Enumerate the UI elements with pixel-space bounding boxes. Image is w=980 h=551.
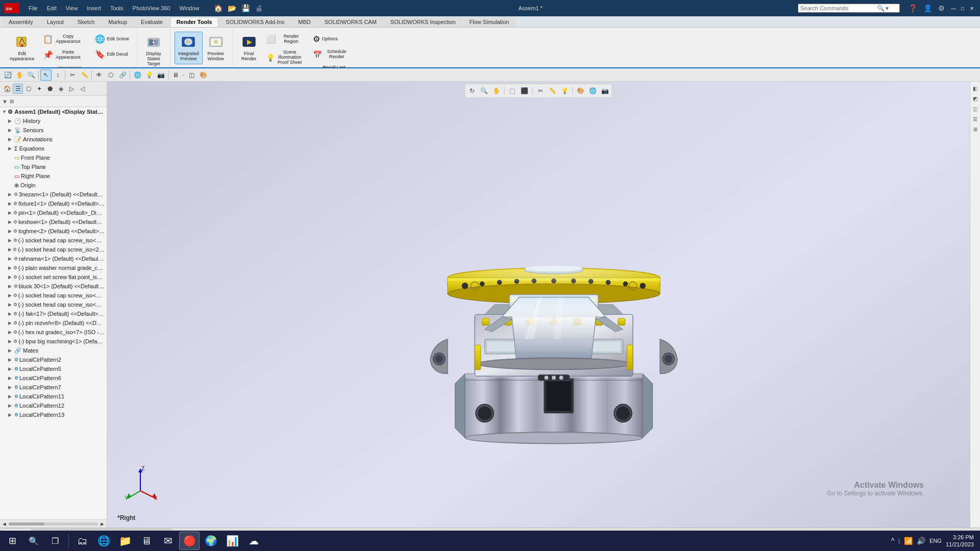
integrated-preview-button[interactable]: IntegratedPreview bbox=[175, 32, 203, 64]
menu-photoview[interactable]: PhotoView 360 bbox=[130, 4, 174, 12]
tray-network[interactable]: 📶 bbox=[904, 537, 913, 545]
tree-comp17[interactable]: ▶ ⚙ (-) bpw big machining<1> (Default) <… bbox=[0, 337, 107, 346]
taskbar-app9[interactable]: ☁ bbox=[243, 532, 264, 550]
taskbar-app4[interactable]: 🖥 bbox=[136, 532, 157, 550]
tray-language[interactable]: ENG bbox=[929, 538, 942, 544]
taskbar-app7[interactable]: 🌍 bbox=[201, 532, 221, 550]
viewport[interactable]: ↻ 🔍 ✋ ⬚ ⬛ ✂ 📏 💡 🎨 🌐 📷 bbox=[107, 82, 970, 528]
tb-select2[interactable]: ↕ bbox=[52, 69, 63, 81]
tree-comp14[interactable]: ▶ ⚙ (-) fak<17> (Default) <<Default>_Dis… bbox=[0, 309, 107, 318]
help-icon[interactable]: ❓ bbox=[909, 4, 917, 12]
tree-comp5[interactable]: ▶ ⚙ loghme<2> (Default) <<Default>_Displ… bbox=[0, 227, 107, 236]
tb-light[interactable]: 💡 bbox=[143, 69, 155, 81]
tab-flow-sim[interactable]: Flow Simulation bbox=[463, 17, 516, 27]
quick-access-save[interactable]: 💾 bbox=[241, 4, 250, 12]
tray-sound[interactable]: 🔊 bbox=[917, 537, 925, 545]
tree-right-plane[interactable]: ▭ Right Plane bbox=[0, 171, 107, 181]
options-button[interactable]: ⚙ Options bbox=[309, 32, 355, 46]
tree-pat6[interactable]: ▶ ⚙ LocalCirPattern12 bbox=[0, 401, 107, 410]
edit-decal-button[interactable]: 🔖 Edit Decal bbox=[91, 47, 133, 62]
tab-inspection[interactable]: SOLIDWORKS Inspection bbox=[384, 17, 462, 27]
tb-camera[interactable]: 📷 bbox=[155, 69, 166, 81]
vt-camera[interactable]: 📷 bbox=[600, 85, 611, 96]
vt-zoom[interactable]: 🔍 bbox=[479, 85, 490, 96]
tree-pat2[interactable]: ▶ ⚙ LocalCirPattern5 bbox=[0, 364, 107, 373]
tree-comp7[interactable]: ▶ ⚙ (-) socket head cap screw_iso<2> (IS… bbox=[0, 245, 107, 254]
edit-appearance-button[interactable]: EditAppearance bbox=[6, 32, 38, 64]
taskbar-app3[interactable]: 📁 bbox=[115, 532, 135, 550]
menu-edit[interactable]: Edit bbox=[44, 4, 60, 12]
rp-btn5[interactable]: ⊞ bbox=[971, 124, 980, 134]
taskbar-app6[interactable]: 🔴 bbox=[179, 532, 200, 550]
tb-section2[interactable]: ◫ bbox=[186, 69, 197, 81]
tb-select[interactable]: ↖ bbox=[40, 69, 52, 81]
menu-view[interactable]: View bbox=[63, 4, 81, 12]
rp-btn4[interactable]: ☰ bbox=[971, 114, 980, 123]
tree-comp8[interactable]: ▶ ⚙ rahnama<1> (Default) <<Default>_Dis bbox=[0, 254, 107, 263]
tree-top-plane[interactable]: ▭ Top Plane bbox=[0, 162, 107, 171]
tab-render-tools[interactable]: Render Tools bbox=[170, 17, 218, 27]
tree-history[interactable]: ▶ 🕐 History bbox=[0, 116, 107, 126]
tree-comp9[interactable]: ▶ ⚙ (-) plain washer normal grade_c_iso<… bbox=[0, 263, 107, 272]
tree-pat4[interactable]: ▶ ⚙ LocalCirPattern7 bbox=[0, 383, 107, 392]
lp-star[interactable]: ✦ bbox=[34, 84, 44, 94]
vt-pan[interactable]: ✋ bbox=[491, 85, 502, 96]
lp-gear[interactable]: ◈ bbox=[56, 84, 66, 94]
maximize-button[interactable]: □ bbox=[959, 4, 967, 12]
tree-pat1[interactable]: ▶ ⚙ LocalCirPattern2 bbox=[0, 355, 107, 364]
tree-pat7[interactable]: ▶ ⚙ LocalCirPattern13 bbox=[0, 410, 107, 419]
search-taskbar-button[interactable]: 🔍 bbox=[23, 532, 44, 550]
user-icon[interactable]: 👤 bbox=[923, 4, 932, 12]
task-view-button[interactable]: ❐ bbox=[45, 532, 65, 550]
tab-sketch[interactable]: Sketch bbox=[71, 17, 102, 27]
scroll-left[interactable]: ◀ bbox=[1, 521, 8, 527]
tb-section[interactable]: ✂ bbox=[67, 69, 78, 81]
start-button[interactable]: ⊞ bbox=[2, 532, 22, 550]
tb-pan[interactable]: ✋ bbox=[14, 69, 25, 81]
tree-comp10[interactable]: ▶ ⚙ (-) socket set screw flat point_iso<… bbox=[0, 272, 107, 282]
tree-comp4[interactable]: ▶ ⚙ keshoei<1> (Default) <<Default>_Disp… bbox=[0, 217, 107, 227]
vt-view1[interactable]: ⬚ bbox=[507, 85, 518, 96]
tree-pat3[interactable]: ▶ ⚙ LocalCirPattern6 bbox=[0, 373, 107, 383]
lp-left[interactable]: ◁ bbox=[77, 84, 87, 94]
tray-hidden[interactable]: ^ bbox=[891, 537, 895, 545]
tb-measure[interactable]: 📏 bbox=[79, 69, 90, 81]
quick-access-open[interactable]: 📂 bbox=[228, 4, 236, 12]
menu-tools[interactable]: Tools bbox=[107, 4, 127, 12]
lp-home[interactable]: 🏠 bbox=[2, 84, 12, 94]
scroll-right[interactable]: ▶ bbox=[99, 521, 106, 527]
tree-annotations[interactable]: ▶ 📝 Annotations bbox=[0, 135, 107, 144]
taskbar-app8[interactable]: 📊 bbox=[222, 532, 242, 550]
tree-comp2[interactable]: ▶ ⚙ fixture1<1> (Default) <<Default>_Dis… bbox=[0, 199, 107, 208]
tray-clock[interactable]: 3:26 PM 11/21/2023 bbox=[946, 534, 974, 548]
lp-diamond[interactable]: ⬟ bbox=[45, 84, 55, 94]
copy-appearance-button[interactable]: 📋 Copy Appearance bbox=[39, 32, 90, 47]
rp-btn3[interactable]: ◫ bbox=[971, 104, 980, 113]
tb-rotate[interactable]: 🔄 bbox=[2, 69, 13, 81]
tab-layout[interactable]: Layout bbox=[40, 17, 70, 27]
taskbar-app2[interactable]: 🌐 bbox=[93, 532, 114, 550]
tb-component[interactable]: ⬡ bbox=[105, 69, 116, 81]
lp-right[interactable]: ▷ bbox=[66, 84, 77, 94]
tree-comp16[interactable]: ▶ ⚙ (-) hex nut gradec_iso<7> (ISO - 403… bbox=[0, 328, 107, 337]
tb-display-mode[interactable]: 🖥 bbox=[170, 69, 181, 81]
paste-appearance-button[interactable]: 📌 Paste Appearance bbox=[39, 47, 90, 63]
tree-comp15[interactable]: ▶ ⚙ (-) pin rezveh<8> (Default) <<Defaul… bbox=[0, 318, 107, 328]
edit-scene-button[interactable]: 🌐 Edit Scene bbox=[91, 32, 133, 46]
menu-insert[interactable]: Insert bbox=[84, 4, 104, 12]
tree-root[interactable]: ▼ ⚙ Assem1 (Default) <Display State-1> bbox=[0, 107, 107, 116]
final-render-button[interactable]: FinalRender bbox=[237, 32, 261, 64]
tree-mates[interactable]: ▶ 🔗 Mates bbox=[0, 346, 107, 355]
display-states-target-button[interactable]: DisplayStatesTarget bbox=[141, 32, 166, 69]
tree-comp12[interactable]: ▶ ⚙ (-) socket head cap screw_iso<12> (I… bbox=[0, 291, 107, 300]
tree-comp3[interactable]: ▶ ⚙ pin<1> (Default) <<Default>_Display_… bbox=[0, 208, 107, 217]
tab-markup[interactable]: Markup bbox=[102, 17, 134, 27]
search-input[interactable] bbox=[800, 5, 877, 11]
tab-assembly[interactable]: Assembly bbox=[2, 17, 40, 27]
tree-comp13[interactable]: ▶ ⚙ (-) socket head cap screw_iso<13> (I… bbox=[0, 300, 107, 309]
close-button[interactable]: ✕ bbox=[968, 4, 976, 12]
schedule-render-button[interactable]: 📅 Schedule Render bbox=[309, 47, 355, 62]
rp-btn2[interactable]: ◩ bbox=[971, 94, 980, 103]
tab-add-ins[interactable]: SOLIDWORKS Add-Ins bbox=[219, 17, 291, 27]
quick-access-new[interactable]: 🏠 bbox=[214, 4, 223, 12]
